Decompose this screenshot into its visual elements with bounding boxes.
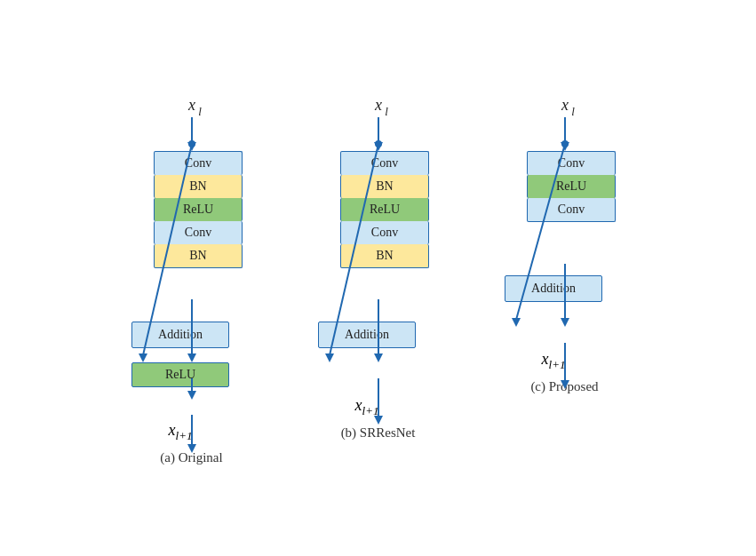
addition-box-proposed: Addition: [505, 275, 602, 302]
addition-box-original: Addition: [131, 322, 229, 348]
caption-proposed: (c) Proposed: [530, 379, 598, 394]
layer-conv-2-c: Conv: [527, 198, 616, 222]
layer-relu-after-addition: ReLU: [131, 362, 229, 387]
diagram-srresnet: x l Conv BN ReLU Conv BN Addition xl+1 (…: [303, 91, 454, 441]
svg-text:l: l: [385, 105, 388, 118]
diagram-proposed: x l Conv ReLU Conv Addition xl+1 (c) Pro…: [489, 91, 641, 394]
svg-marker-25: [561, 142, 569, 151]
svg-marker-14: [374, 142, 383, 151]
svg-text:l: l: [198, 105, 202, 118]
caption-original: (a) Original: [160, 450, 222, 465]
diagram-original: x l Conv BN ReLU Conv BN Addition ReLU x: [116, 91, 267, 465]
svg-text:x: x: [374, 96, 382, 114]
layer-relu-1-c: ReLU: [527, 175, 616, 198]
svg-marker-6: [187, 353, 196, 362]
layer-relu-1-b: ReLU: [340, 198, 429, 221]
layer-bn-1-b: BN: [340, 175, 429, 198]
caption-srresnet: (b) SRResNet: [341, 425, 416, 441]
addition-box-srresnet: Addition: [318, 322, 416, 348]
layer-conv-2: Conv: [154, 221, 243, 244]
svg-marker-28: [512, 318, 521, 327]
layer-bn-1: BN: [154, 175, 243, 198]
layer-bn-2-b: BN: [340, 244, 429, 268]
layer-conv-1-c: Conv: [527, 151, 616, 175]
output-label-srresnet: xl+1: [355, 396, 379, 418]
layer-stack-srresnet: Conv BN ReLU Conv BN: [340, 151, 438, 268]
svg-marker-1: [187, 142, 196, 151]
svg-text:x: x: [187, 96, 195, 114]
output-label-original: xl+1: [169, 421, 193, 443]
layer-conv-1-b: Conv: [340, 151, 429, 175]
svg-marker-30: [561, 318, 569, 327]
layer-stack-original: Conv BN ReLU Conv BN: [154, 151, 251, 268]
svg-text:x: x: [561, 96, 569, 114]
layer-conv-1: Conv: [154, 151, 243, 175]
layer-conv-2-b: Conv: [340, 221, 429, 244]
svg-point-15: [375, 140, 382, 147]
svg-point-26: [561, 140, 569, 147]
output-label-proposed: xl+1: [542, 350, 566, 372]
layer-relu-1: ReLU: [154, 198, 243, 221]
layer-bn-2: BN: [154, 244, 243, 268]
svg-marker-17: [325, 353, 334, 362]
layer-stack-proposed: Conv ReLU Conv: [527, 151, 625, 222]
svg-point-2: [188, 140, 195, 147]
svg-marker-4: [139, 353, 147, 362]
svg-marker-8: [187, 391, 196, 400]
svg-text:l: l: [571, 105, 575, 118]
svg-marker-19: [374, 353, 383, 362]
